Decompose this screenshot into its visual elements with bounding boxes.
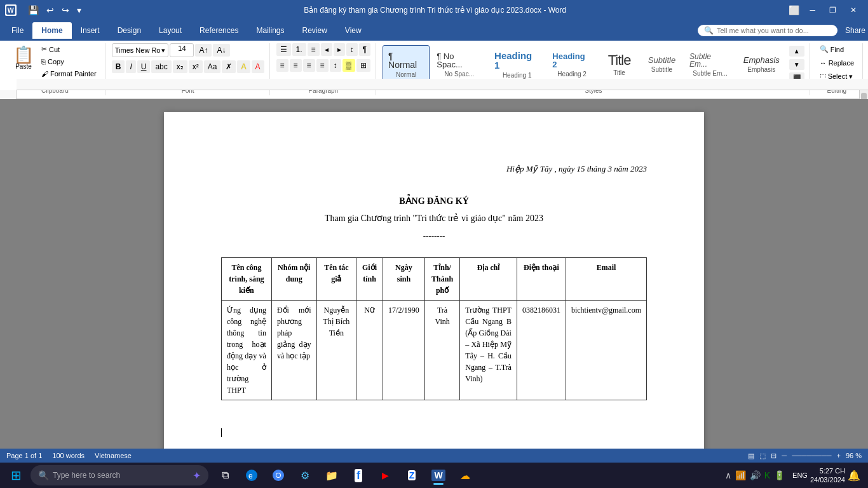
para-row-2: ≡ ≡ ≡ ≡ ↕ ▒ ⊞ — [276, 59, 371, 72]
decrease-indent-button[interactable]: ◂ — [321, 43, 332, 56]
taskbar-edge[interactable]: e — [239, 464, 264, 487]
style-heading2-label: Heading 2 — [557, 71, 587, 78]
multilevel-button[interactable]: ≡ — [308, 43, 320, 56]
increase-indent-button[interactable]: ▸ — [334, 43, 345, 56]
share-button[interactable]: Share — [845, 26, 865, 35]
paste-icon: 📋 — [13, 46, 34, 63]
taskbar-weather[interactable]: ☁ — [452, 464, 478, 487]
start-icon: ⊞ — [11, 468, 22, 483]
underline-button[interactable]: U — [137, 60, 151, 73]
taskbar-tray: ∧ 📶 🔊 K 🔋 ENG 5:27 CH 24/03/2024 🔔 — [720, 466, 865, 485]
copy-button[interactable]: ⎘ Copy — [38, 56, 100, 67]
taskbar-task-view[interactable]: ⧉ — [212, 464, 238, 487]
col-header-gender: Giới tính — [356, 258, 383, 301]
strikethrough-button[interactable]: abc — [151, 60, 171, 73]
taskbar-zalo[interactable]: Z — [399, 464, 424, 487]
align-right-button[interactable]: ≡ — [303, 59, 315, 72]
subscript-button[interactable]: x₂ — [173, 60, 187, 73]
tab-references[interactable]: References — [191, 22, 247, 39]
bold-button[interactable]: B — [112, 60, 125, 73]
chrome-icon — [272, 469, 285, 482]
show-hide-button[interactable]: ¶ — [359, 43, 370, 56]
restore-button[interactable]: ❐ — [823, 3, 843, 17]
start-button[interactable]: ⊞ — [3, 464, 29, 487]
taskbar-youtube[interactable]: ▶ — [372, 464, 398, 487]
tab-layout[interactable]: Layout — [150, 22, 191, 39]
customize-qat-button[interactable]: ▾ — [74, 4, 84, 17]
notification-button[interactable]: 🔔 — [848, 470, 860, 482]
tell-me-search[interactable]: 🔍 — [698, 25, 837, 36]
tab-home[interactable]: Home — [32, 22, 71, 39]
tray-kaspersky[interactable]: K — [764, 470, 770, 480]
tray-up-arrow[interactable]: ∧ — [725, 470, 731, 480]
zoom-out-button[interactable]: ─ — [782, 452, 787, 459]
taskbar-chrome[interactable] — [266, 464, 291, 487]
svg-point-8 — [276, 473, 280, 477]
style-subtitle-label: Subtitle — [651, 66, 672, 73]
taskbar-search-box[interactable]: 🔍 Type here to search ✦ — [31, 465, 208, 485]
style-subtle-em-label: Subtle Em... — [693, 70, 727, 77]
view-web-layout[interactable]: ⬚ — [759, 452, 766, 460]
taskbar-explorer[interactable]: 📁 — [319, 464, 344, 487]
zoom-slider[interactable]: ──────── — [792, 452, 831, 459]
numbering-button[interactable]: 1. — [292, 43, 306, 56]
zoom-in-button[interactable]: + — [836, 452, 840, 459]
font-color-button[interactable]: A — [252, 60, 264, 73]
clock[interactable]: 5:27 CH 24/03/2024 — [810, 466, 845, 485]
bullets-button[interactable]: ☰ — [276, 43, 291, 56]
cut-icon: ✂ — [41, 45, 47, 53]
language-indicator[interactable]: Vietnamese — [95, 452, 132, 459]
styles-scroll-up[interactable]: ▲ — [789, 46, 804, 57]
increase-font-size-button[interactable]: A↑ — [195, 44, 212, 57]
format-painter-button[interactable]: 🖌 Format Painter — [38, 68, 100, 79]
align-center-button[interactable]: ≡ — [290, 59, 302, 72]
document-title-sub: Tham gia Chương trình "Tri thức trẻ vì g… — [221, 212, 647, 225]
borders-button[interactable]: ⊞ — [356, 59, 370, 72]
undo-button[interactable]: ↩ — [44, 4, 57, 17]
tab-review[interactable]: Review — [293, 22, 336, 39]
view-read-mode[interactable]: ⊟ — [771, 452, 776, 460]
find-button[interactable]: 🔍 Find — [817, 43, 847, 55]
clear-format-button[interactable]: ✗ — [222, 60, 236, 73]
tray-volume[interactable]: 🔊 — [750, 470, 761, 480]
cursor-area[interactable] — [221, 426, 647, 438]
style-no-spacing-label: No Spac... — [444, 71, 474, 78]
document-area[interactable]: Hiệp Mỹ Tây , ngày 15 tháng 3 năm 2023 B… — [0, 99, 868, 449]
font-family-selector[interactable]: Times New Ro ▾ — [112, 43, 169, 57]
ribbon-toggle-button[interactable]: ⬜ — [786, 4, 802, 17]
tab-design[interactable]: Design — [109, 22, 150, 39]
align-left-button[interactable]: ≡ — [276, 59, 288, 72]
cut-button[interactable]: ✂ Cut — [38, 43, 100, 55]
line-spacing-button[interactable]: ↕ — [330, 59, 341, 72]
shading-button[interactable]: ▒ — [342, 59, 356, 72]
replace-button[interactable]: ↔ Replace — [817, 57, 857, 69]
styles-scroll-down[interactable]: ▼ — [789, 59, 804, 70]
tab-insert[interactable]: Insert — [72, 22, 109, 39]
language-tray[interactable]: ENG — [792, 471, 808, 479]
justify-button[interactable]: ≡ — [316, 59, 329, 72]
decrease-font-size-button[interactable]: A↓ — [213, 44, 229, 57]
superscript-button[interactable]: x² — [189, 60, 203, 73]
close-button[interactable]: ✕ — [844, 3, 863, 17]
minimize-button[interactable]: ─ — [803, 3, 822, 17]
tab-view[interactable]: View — [336, 22, 370, 39]
tab-file[interactable]: File — [3, 22, 32, 39]
taskbar-facebook[interactable]: f — [346, 464, 371, 487]
taskbar-word[interactable]: W — [426, 464, 451, 487]
change-case-button[interactable]: Aa — [204, 60, 221, 73]
zoom-level[interactable]: 96 % — [846, 452, 862, 459]
redo-button[interactable]: ↪ — [59, 4, 72, 17]
tray-battery[interactable]: 🔋 — [774, 470, 785, 480]
tell-me-input[interactable] — [717, 27, 831, 34]
paste-button[interactable]: 📋 Paste — [10, 43, 37, 73]
save-button[interactable]: 💾 — [25, 4, 41, 17]
sort-button[interactable]: ↕ — [346, 43, 358, 56]
view-print-layout[interactable]: ▤ — [748, 452, 754, 460]
tab-mailings[interactable]: Mailings — [247, 22, 293, 39]
italic-button[interactable]: I — [126, 60, 135, 73]
taskbar-settings[interactable]: ⚙ — [292, 464, 318, 487]
highlight-button[interactable]: A — [237, 60, 250, 73]
status-bar: Page 1 of 1 100 words Vietnamese ▤ ⬚ ⊟ ─… — [0, 449, 868, 463]
font-size-selector[interactable]: 14 — [170, 43, 194, 57]
tray-network[interactable]: 📶 — [735, 470, 746, 480]
